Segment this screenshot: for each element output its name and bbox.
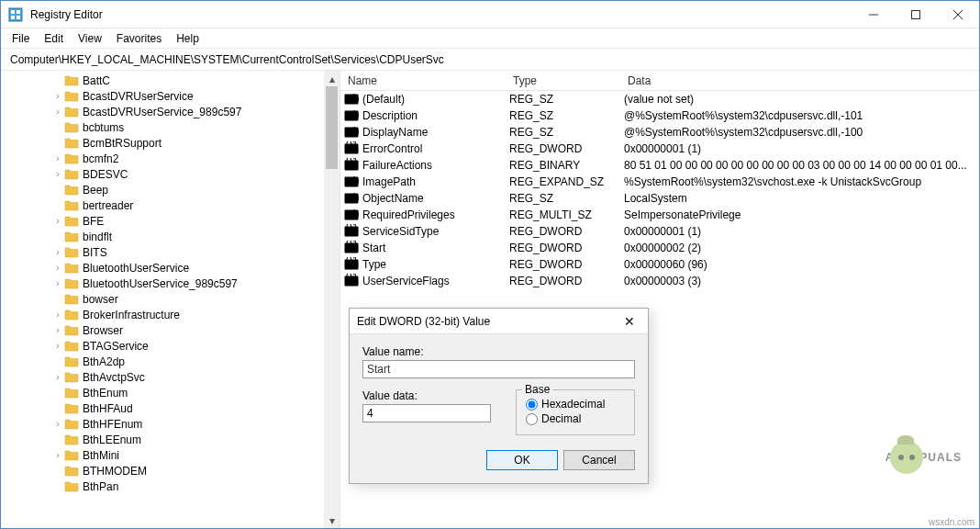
svg-rect-1 bbox=[11, 10, 15, 14]
expand-icon[interactable]: › bbox=[51, 450, 64, 460]
tree-item[interactable]: ›BthHFEnum bbox=[51, 416, 324, 432]
tree-item[interactable]: BthPan bbox=[51, 478, 324, 494]
scroll-up-icon[interactable]: ▴ bbox=[324, 71, 340, 86]
radio-hex-input[interactable] bbox=[526, 399, 538, 411]
value-row[interactable]: ServiceSidTypeREG_DWORD0x00000001 (1) bbox=[340, 223, 979, 240]
radio-decimal[interactable]: Decimal bbox=[526, 412, 625, 425]
menu-favorites[interactable]: Favorites bbox=[109, 30, 169, 47]
value-type: REG_SZ bbox=[509, 192, 624, 205]
tree-item[interactable]: Beep bbox=[51, 182, 324, 197]
minimize-button[interactable] bbox=[852, 1, 895, 28]
base-legend: Base bbox=[522, 383, 552, 396]
value-row[interactable]: RequiredPrivilegesREG_MULTI_SZSeImperson… bbox=[340, 207, 979, 223]
tree-item[interactable]: ›BthAvctpSvc bbox=[51, 369, 324, 385]
value-row[interactable]: ObjectNameREG_SZLocalSystem bbox=[340, 190, 979, 207]
value-row[interactable]: UserServiceFlagsREG_DWORD0x00000003 (3) bbox=[340, 273, 979, 289]
tree-item[interactable]: BthLEEnum bbox=[51, 432, 324, 447]
svg-rect-3 bbox=[11, 16, 15, 19]
value-icon bbox=[344, 208, 359, 222]
tree-item[interactable]: bindflt bbox=[51, 229, 324, 244]
tree-item[interactable]: ›BTAGService bbox=[51, 338, 324, 354]
value-row[interactable]: DisplayNameREG_SZ@%SystemRoot%\system32\… bbox=[340, 124, 979, 141]
value-row[interactable]: DescriptionREG_SZ@%SystemRoot%\system32\… bbox=[340, 107, 979, 124]
tree-item[interactable]: ›BITS bbox=[51, 244, 324, 260]
menu-view[interactable]: View bbox=[71, 30, 109, 47]
value-row[interactable]: FailureActionsREG_BINARY80 51 01 00 00 0… bbox=[340, 157, 979, 174]
menu-edit[interactable]: Edit bbox=[37, 30, 71, 47]
source-watermark: wsxdn.com bbox=[929, 517, 974, 527]
watermark: A PUALS bbox=[885, 441, 962, 474]
folder-icon bbox=[64, 387, 79, 399]
tree-item[interactable]: ›BDESVC bbox=[51, 166, 324, 182]
menu-help[interactable]: Help bbox=[169, 30, 206, 47]
value-row[interactable]: ErrorControlREG_DWORD0x00000001 (1) bbox=[340, 141, 979, 157]
expand-icon[interactable]: › bbox=[51, 310, 64, 320]
base-fieldset: Base Hexadecimal Decimal bbox=[516, 389, 635, 435]
tree-item[interactable]: BcmBtRSupport bbox=[51, 135, 324, 151]
value-data-input[interactable] bbox=[362, 404, 491, 422]
expand-icon[interactable]: › bbox=[51, 153, 64, 163]
radio-hexadecimal[interactable]: Hexadecimal bbox=[526, 398, 625, 411]
expand-icon[interactable]: › bbox=[51, 263, 64, 273]
tree-item[interactable]: bertreader bbox=[51, 197, 324, 213]
tree-item[interactable]: ›BluetoothUserService_989c597 bbox=[51, 276, 324, 291]
tree-pane[interactable]: BattC›BcastDVRUserService›BcastDVRUserSe… bbox=[1, 71, 340, 528]
folder-icon bbox=[64, 480, 79, 492]
tree-item[interactable]: bcbtums bbox=[51, 119, 324, 135]
tree-item[interactable]: ›Browser bbox=[51, 322, 324, 338]
folder-icon bbox=[64, 418, 79, 430]
scroll-thumb[interactable] bbox=[326, 86, 338, 169]
radio-dec-input[interactable] bbox=[526, 413, 538, 425]
expand-icon[interactable]: › bbox=[51, 372, 64, 382]
tree-item[interactable]: BthHFAud bbox=[51, 400, 324, 416]
value-row[interactable]: (Default)REG_SZ(value not set) bbox=[340, 91, 979, 107]
cancel-button[interactable]: Cancel bbox=[563, 450, 635, 470]
column-name[interactable]: Name bbox=[340, 73, 506, 89]
value-data: 0x00000003 (3) bbox=[624, 275, 979, 287]
value-icon bbox=[344, 241, 359, 255]
tree-item[interactable]: ›BcastDVRUserService_989c597 bbox=[51, 104, 324, 119]
expand-icon[interactable]: › bbox=[51, 169, 64, 179]
tree-item[interactable]: ›BthMini bbox=[51, 447, 324, 463]
tree-item[interactable]: ›bcmfn2 bbox=[51, 151, 324, 166]
maximize-button[interactable] bbox=[895, 1, 937, 28]
column-data[interactable]: Data bbox=[620, 73, 979, 89]
value-name: UserServiceFlags bbox=[362, 275, 509, 287]
tree-item[interactable]: ›BluetoothUserService bbox=[51, 260, 324, 276]
value-row[interactable]: ImagePathREG_EXPAND_SZ%SystemRoot%\syste… bbox=[340, 174, 979, 190]
tree-item[interactable]: BattC bbox=[51, 73, 324, 88]
expand-icon[interactable]: › bbox=[51, 107, 64, 117]
expand-icon[interactable]: › bbox=[51, 341, 64, 351]
expand-icon[interactable]: › bbox=[51, 419, 64, 429]
tree-label: Browser bbox=[83, 324, 123, 337]
expand-icon[interactable]: › bbox=[51, 91, 64, 101]
close-button[interactable] bbox=[937, 1, 979, 28]
value-type: REG_SZ bbox=[509, 109, 624, 122]
value-row[interactable]: TypeREG_DWORD0x00000060 (96) bbox=[340, 256, 979, 273]
scroll-down-icon[interactable]: ▾ bbox=[324, 512, 340, 528]
expand-icon[interactable]: › bbox=[51, 325, 64, 335]
column-type[interactable]: Type bbox=[506, 73, 620, 89]
tree-item[interactable]: ›BFE bbox=[51, 213, 324, 229]
tree-label: BrokerInfrastructure bbox=[83, 309, 180, 321]
list-body[interactable]: (Default)REG_SZ(value not set)Descriptio… bbox=[340, 91, 979, 289]
menu-file[interactable]: File bbox=[5, 30, 37, 47]
tree-item[interactable]: BTHMODEM bbox=[51, 463, 324, 478]
tree-item[interactable]: BthA2dp bbox=[51, 354, 324, 369]
tree-item[interactable]: ›BcastDVRUserService bbox=[51, 88, 324, 104]
tree-label: BattC bbox=[83, 74, 110, 87]
tree-item[interactable]: bowser bbox=[51, 291, 324, 307]
expand-icon[interactable]: › bbox=[51, 278, 64, 288]
ok-button[interactable]: OK bbox=[486, 450, 558, 470]
tree-item[interactable]: ›BrokerInfrastructure bbox=[51, 307, 324, 322]
expand-icon[interactable]: › bbox=[51, 247, 64, 257]
value-name-input[interactable] bbox=[362, 360, 635, 378]
value-data: %SystemRoot%\system32\svchost.exe -k Uni… bbox=[624, 175, 979, 188]
address-input[interactable] bbox=[6, 51, 974, 68]
tree-scrollbar[interactable]: ▴ ▾ bbox=[324, 71, 340, 528]
value-row[interactable]: StartREG_DWORD0x00000002 (2) bbox=[340, 240, 979, 256]
tree-item[interactable]: BthEnum bbox=[51, 385, 324, 400]
expand-icon[interactable]: › bbox=[51, 216, 64, 226]
dialog-close-button[interactable]: ✕ bbox=[611, 314, 648, 329]
folder-icon bbox=[64, 324, 79, 336]
